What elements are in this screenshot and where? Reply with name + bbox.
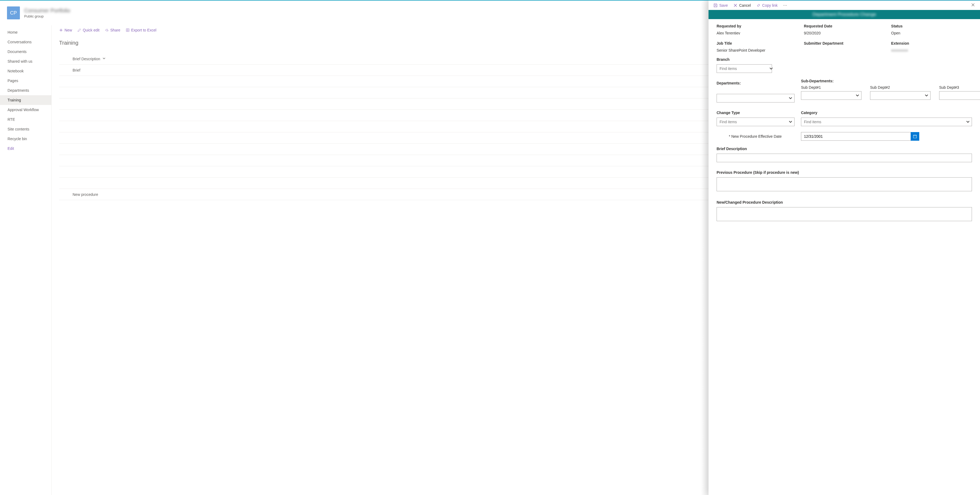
branch-label: Branch [717, 57, 972, 62]
x-icon [733, 3, 738, 8]
subdepartments-label: Sub-Departments: [801, 79, 980, 83]
status-label: Status [891, 24, 972, 28]
share-label: Share [110, 28, 120, 32]
branch-combo[interactable] [717, 64, 772, 73]
export-label: Export to Excel [131, 28, 156, 32]
pencil-icon [77, 28, 81, 32]
change-type-chevron[interactable] [787, 120, 794, 124]
chevron-down-icon [789, 120, 792, 124]
subdept3-combo[interactable] [939, 91, 980, 100]
requested-by-label: Requested by [717, 24, 797, 28]
nav-item-recycle[interactable]: Recycle bin [0, 134, 51, 144]
group-name: Consumer Portfolio [24, 8, 70, 14]
plus-icon [59, 28, 63, 32]
subdept1-label: Sub Dept#1 [801, 85, 861, 89]
status-value: Open [891, 31, 972, 35]
new-button[interactable]: New [59, 28, 72, 32]
share-button[interactable]: Share [105, 28, 120, 32]
copylink-button[interactable]: Copy link [756, 3, 778, 8]
subdept1-combo[interactable] [801, 91, 861, 100]
change-type-combo[interactable] [717, 118, 794, 126]
chevron-down-icon [102, 57, 106, 60]
cancel-label: Cancel [739, 3, 751, 8]
left-nav: Home Conversations Documents Shared with… [0, 25, 52, 495]
excel-icon [126, 28, 130, 32]
departments-input[interactable] [717, 96, 787, 101]
date-picker-button[interactable] [911, 132, 919, 141]
group-avatar: CP [7, 6, 20, 19]
subdept3-input[interactable] [939, 93, 980, 97]
nav-item-shared[interactable]: Shared with us [0, 56, 51, 66]
nav-item-training[interactable]: Training [0, 95, 51, 105]
subdept2-chevron[interactable] [923, 94, 930, 97]
share-icon [105, 28, 108, 32]
more-icon [783, 3, 787, 8]
category-combo[interactable] [801, 118, 972, 126]
row-brief: Brief [73, 68, 126, 72]
submitter-dept-label: Submitter Department [804, 41, 885, 45]
requested-date-label: Requested Date [804, 24, 885, 28]
new-label: New [65, 28, 72, 32]
form-banner: Department Procedure Change [708, 10, 980, 19]
quickedit-label: Quick edit [83, 28, 99, 32]
requested-by-value: Alex Terentiev [717, 31, 797, 35]
nav-item-notebook[interactable]: Notebook [0, 66, 51, 76]
form-panel: Save Cancel Copy link Department Procedu… [708, 0, 980, 495]
subdept1-input[interactable] [801, 93, 854, 97]
copylink-label: Copy link [762, 3, 778, 8]
row-brief: New procedure [73, 192, 126, 196]
svg-point-15 [786, 5, 787, 6]
requested-date-value: 9/20/2020 [804, 31, 885, 35]
subdept2-label: Sub Dept#2 [870, 85, 931, 89]
brief-description-label: Brief Description [717, 147, 972, 151]
chevron-down-icon [769, 67, 773, 70]
svg-rect-16 [913, 135, 916, 138]
nav-item-rte[interactable]: RTE [0, 115, 51, 124]
branch-input[interactable] [717, 67, 769, 71]
save-button[interactable]: Save [713, 3, 728, 8]
subdept1-chevron[interactable] [854, 94, 861, 97]
extension-value: xxxxxxxxx [891, 48, 972, 53]
previous-procedure-input[interactable] [717, 177, 972, 191]
group-header: CP Consumer Portfolio Public group [7, 5, 70, 21]
nav-item-departments[interactable]: Departments [0, 86, 51, 95]
more-button[interactable] [783, 3, 787, 8]
subdept2-combo[interactable] [870, 91, 931, 100]
nav-item-documents[interactable]: Documents [0, 47, 51, 56]
svg-point-13 [784, 5, 784, 6]
nav-item-home[interactable]: Home [0, 27, 51, 37]
extension-label: Extension [891, 41, 972, 45]
chevron-down-icon [924, 94, 928, 97]
subdept2-input[interactable] [870, 93, 923, 97]
nav-item-pages[interactable]: Pages [0, 76, 51, 86]
branch-chevron[interactable] [769, 67, 773, 70]
change-type-label: Change Type [717, 110, 794, 115]
chevron-down-icon [966, 120, 970, 124]
link-icon [756, 3, 760, 8]
panel-toolbar: Save Cancel Copy link [708, 0, 980, 10]
subdept3-label: Sub Dept#3 [939, 85, 980, 89]
new-procedure-input[interactable] [717, 207, 972, 221]
quickedit-button[interactable]: Quick edit [77, 28, 99, 32]
group-type: Public group [24, 14, 70, 18]
change-type-input[interactable] [717, 120, 787, 124]
departments-chevron[interactable] [787, 96, 794, 100]
nav-item-approval[interactable]: Approval Workflow [0, 105, 51, 115]
jobtitle-value: Senior SharePoint Developer [717, 48, 797, 53]
nav-item-sitecontents[interactable]: Site contents [0, 124, 51, 134]
departments-combo[interactable] [717, 94, 794, 102]
close-button[interactable] [971, 3, 975, 8]
brief-description-input[interactable] [717, 153, 972, 162]
svg-point-14 [785, 5, 785, 6]
category-chevron[interactable] [964, 120, 972, 124]
cancel-button[interactable]: Cancel [733, 3, 751, 8]
effective-date-input[interactable] [801, 132, 911, 141]
panel-shadow [701, 0, 708, 495]
export-button[interactable]: Export to Excel [126, 28, 156, 32]
nav-edit-link[interactable]: Edit [0, 144, 51, 153]
nav-item-conversations[interactable]: Conversations [0, 37, 51, 47]
category-input[interactable] [801, 120, 964, 124]
jobtitle-label: Job Title [717, 41, 797, 45]
save-label: Save [719, 3, 728, 8]
col-brief-description[interactable]: Brief Description [73, 57, 100, 61]
